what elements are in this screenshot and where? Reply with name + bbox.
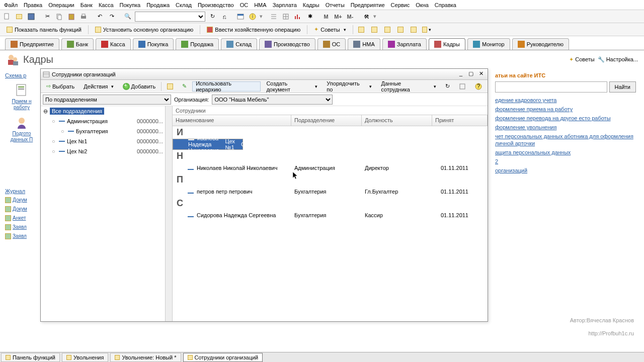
tab-ос[interactable]: ОС: [317, 38, 346, 50]
grid-icon[interactable]: [281, 12, 291, 22]
tab-производство[interactable]: Производство: [259, 38, 315, 50]
its-find-button[interactable]: Найти: [609, 81, 636, 93]
settings-icon[interactable]: ✱: [305, 12, 315, 22]
tab-покупка[interactable]: Покупка: [133, 38, 174, 50]
help-icon[interactable]: ?: [471, 81, 486, 92]
new-icon[interactable]: [2, 12, 12, 22]
tree-scrollbar[interactable]: [165, 106, 172, 321]
open-icon[interactable]: [14, 12, 24, 22]
copy-icon[interactable]: [54, 12, 64, 22]
tree-item[interactable]: ○Цех №10000000...: [41, 136, 165, 146]
tab-монитор[interactable]: Монитор: [467, 38, 510, 50]
set-org-button[interactable]: Установить основную организацию: [92, 25, 197, 35]
t2-icon-4[interactable]: [395, 25, 406, 35]
menu-item[interactable]: Справка: [435, 2, 456, 8]
chart-icon[interactable]: [293, 12, 303, 22]
journal-tab[interactable]: Журнал: [5, 188, 25, 194]
m-plus-button[interactable]: М+: [333, 12, 343, 22]
its-link[interactable]: ащита персональных данных: [495, 149, 636, 156]
col-name[interactable]: Наименование: [173, 115, 291, 126]
menu-item[interactable]: Отчеты: [326, 2, 345, 8]
tab-продажа[interactable]: Продажа: [176, 38, 219, 50]
side-link[interactable]: Анкет: [5, 215, 38, 221]
close-button[interactable]: ✕: [476, 70, 486, 78]
cut-icon[interactable]: ✂: [42, 12, 52, 22]
tree-item[interactable]: ○Бухгалтерия0000000...: [41, 126, 165, 136]
side-link[interactable]: Докум: [5, 206, 38, 212]
employee-data-dropdown[interactable]: Данные сотрудника: [377, 81, 440, 92]
its-link[interactable]: формление приема на работу: [495, 106, 636, 113]
side-link[interactable]: Докум: [5, 197, 38, 203]
t2-icon-1[interactable]: [356, 25, 366, 35]
filter-icon[interactable]: [455, 81, 469, 92]
search-combo[interactable]: [135, 12, 205, 22]
tab-руководителю[interactable]: Руководителю: [512, 38, 569, 50]
dept-filter-select[interactable]: По подразделениям: [43, 95, 171, 105]
window-titlebar[interactable]: Сотрудники организаций _ ▢ ✕: [41, 69, 488, 80]
tab-банк[interactable]: Банк: [61, 38, 94, 50]
tips-dropdown[interactable]: ✦Советы: [310, 25, 349, 35]
taskbar-item[interactable]: Увольнение: Новый *: [110, 353, 181, 362]
menu-item[interactable]: Сервис: [391, 2, 410, 8]
its-link[interactable]: чет персональных данных аботника для офо…: [495, 133, 636, 147]
actions-dropdown[interactable]: Действия: [80, 81, 117, 92]
tree-root[interactable]: ⊖Все подразделения: [41, 106, 165, 116]
table-row[interactable]: Николаев Николай НиколаевичАдминистрация…: [173, 162, 488, 173]
col-dept[interactable]: Подразделение: [291, 115, 362, 126]
zoom-icon[interactable]: 🔍: [123, 12, 133, 22]
col-hired[interactable]: Принят: [432, 115, 488, 126]
its-link[interactable]: формление перевода на другое есто работы: [495, 115, 636, 122]
info-icon[interactable]: i: [248, 12, 258, 22]
menu-item[interactable]: Кадры: [303, 2, 319, 8]
table-row[interactable]: иванова Надежда НиколаевнаЦех №1Сборщик0…: [173, 139, 243, 150]
side-item-prepare[interactable]: Подгото данных П: [5, 116, 38, 143]
undo-icon[interactable]: ↶: [95, 12, 105, 22]
print-icon[interactable]: [78, 12, 89, 22]
tab-склад[interactable]: Склад: [221, 38, 257, 50]
redo-icon[interactable]: ↷: [107, 12, 117, 22]
copy-row-icon[interactable]: [164, 81, 177, 92]
tree-item[interactable]: ○Администрация0000000...: [41, 116, 165, 126]
menu-item[interactable]: Касса: [99, 2, 114, 8]
table-row[interactable]: петров петр петровичБухгалтерияГл.Бухгал…: [173, 186, 488, 197]
add-button[interactable]: Добавить: [119, 81, 159, 92]
m-button[interactable]: М: [321, 12, 331, 22]
menu-item[interactable]: Склад: [176, 2, 192, 8]
refresh-icon[interactable]: ↻: [207, 12, 217, 22]
show-panel-button[interactable]: Показать панель функций: [3, 25, 85, 35]
t2-icon-2[interactable]: [369, 25, 379, 35]
create-doc-dropdown[interactable]: Создать документ: [263, 81, 321, 92]
menu-item[interactable]: НМА: [254, 2, 266, 8]
menu-item[interactable]: Зарплата: [273, 2, 297, 8]
menu-item[interactable]: Операции: [48, 2, 74, 8]
menu-item[interactable]: Правка: [24, 2, 42, 8]
edit-icon[interactable]: ✎: [179, 81, 190, 92]
tab-кадры[interactable]: Кадры: [429, 38, 465, 50]
settings-link[interactable]: 🔧Настройка...: [598, 56, 638, 63]
minimize-button[interactable]: _: [456, 70, 465, 78]
taskbar-item[interactable]: Панель функций: [1, 353, 60, 362]
its-search-input[interactable]: [495, 81, 607, 93]
col-position[interactable]: Должность: [362, 115, 432, 126]
table-row[interactable]: Сидорова Надежда СергеевнаБухгалтерияКас…: [173, 210, 488, 221]
its-link[interactable]: организаций: [495, 167, 636, 174]
list-icon[interactable]: [269, 12, 279, 22]
tab-касса[interactable]: Касса: [96, 38, 131, 50]
menu-item[interactable]: Банк: [80, 2, 93, 8]
order-by-dropdown[interactable]: Упорядочить по: [323, 81, 375, 92]
nav-icon[interactable]: ⎌: [219, 12, 229, 22]
t2-icon-3[interactable]: [382, 25, 392, 35]
tab-предприятие[interactable]: Предприятие: [5, 38, 59, 50]
t2-icon-6[interactable]: [422, 25, 432, 35]
its-link[interactable]: 2: [495, 158, 636, 165]
t2-icon-5[interactable]: [409, 25, 419, 35]
refresh-icon[interactable]: ↻: [442, 81, 453, 92]
enter-operation-button[interactable]: Ввести хозяйственную операцию: [203, 25, 304, 35]
menu-item[interactable]: ОС: [240, 2, 249, 8]
tree-item[interactable]: ○Цех №20000000...: [41, 146, 165, 156]
menu-item[interactable]: Файл: [4, 2, 18, 8]
its-link[interactable]: едение кадрового учета: [495, 97, 636, 104]
scheme-tab[interactable]: Схема р: [5, 72, 26, 78]
side-link[interactable]: Заявл: [5, 224, 38, 230]
save-icon[interactable]: [26, 12, 36, 22]
